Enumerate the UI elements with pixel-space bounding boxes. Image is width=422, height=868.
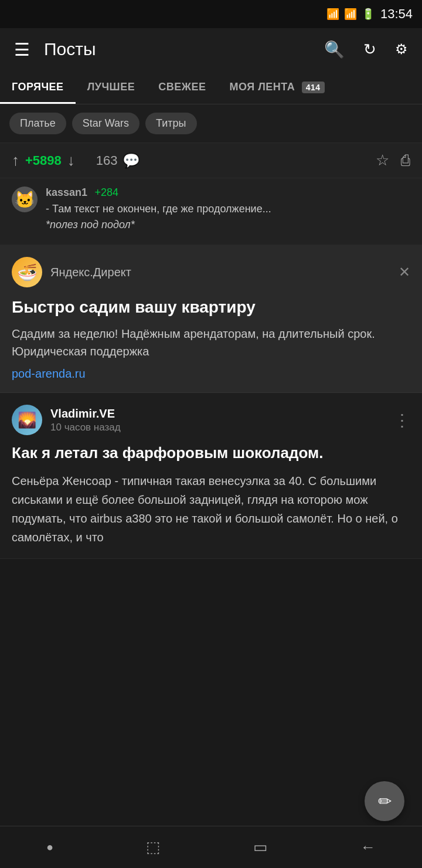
filter-tag-dress[interactable]: Платье [9,113,66,134]
app-title: Посты [44,39,310,59]
post-title: Как я летал за фарфоровым шоколадом. [12,443,410,463]
filter-icon[interactable]: ⚙ [390,36,413,62]
bottom-nav-back[interactable]: ⬚ [134,832,172,862]
signal-icon: 📶 [344,8,357,21]
comment-user-line: kassan1 +284 [46,187,271,199]
tabs-container: ГОРЯЧЕЕ ЛУЧШЕЕ СВЕЖЕЕ МОЯ ЛЕНТА 414 [0,70,422,104]
bottom-nav-home[interactable]: ▭ [241,832,280,862]
comment-section: 163 💬 [96,152,140,169]
ad-title: Быстро садим вашу квартиру [12,297,410,318]
status-bar: 📶 📶 🔋 13:54 [0,0,422,28]
upvote-button[interactable]: ↑ [12,151,19,169]
post-avatar: 🌄 [12,405,42,435]
vote-count: +5898 [25,153,62,168]
comment-karma: +284 [95,187,119,198]
favorite-button[interactable]: ☆ [376,151,389,169]
ad-source: Яндекс.Директ [50,266,390,279]
tab-best[interactable]: ЛУЧШЕЕ [76,70,147,104]
ad-avatar: 🍜 [12,257,42,287]
feed-badge: 414 [302,82,325,93]
post-author: Vladimir.VE [50,407,386,421]
filter-tag-credits[interactable]: Титры [145,113,196,134]
comment-preview: 🐱 kassan1 +284 - Там текст не окончен, г… [0,178,422,245]
post-header: 🌄 Vladimir.VE 10 часов назад ⋮ [12,405,410,435]
post-text: Сеньёра Женсоар - типичная такая венесуэ… [12,472,410,547]
tab-fresh[interactable]: СВЕЖЕЕ [147,70,217,104]
post-menu-button[interactable]: ⋮ [394,411,410,430]
downvote-button[interactable]: ↓ [67,151,75,169]
refresh-icon[interactable]: ↻ [359,36,381,63]
comment-icon[interactable]: 💬 [122,152,140,169]
tab-hot[interactable]: ГОРЯЧЕЕ [0,70,76,104]
ad-description: Сдадим за неделю! Надёжным арендаторам, … [12,325,410,360]
tab-feed[interactable]: МОЯ ЛЕНТА 414 [218,70,336,104]
comment-content: kassan1 +284 - Там текст не окончен, где… [46,187,271,233]
ad-card: 🍜 Яндекс.Директ ✕ Быстро садим вашу квар… [0,245,422,393]
content-area: Платье Star Wars Титры ↑ +5898 ↓ 163 💬 ☆… [0,104,422,606]
post-card: 🌄 Vladimir.VE 10 часов назад ⋮ Как я лет… [0,393,422,559]
comment-username: kassan1 [46,187,87,198]
ad-link[interactable]: pod-arenda.ru [12,367,410,381]
app-bar: ☰ Посты 🔍 ↻ ⚙ [0,28,422,70]
filter-tag-starwars[interactable]: Star Wars [72,113,139,134]
ad-header: 🍜 Яндекс.Директ ✕ [12,257,410,287]
ad-close-button[interactable]: ✕ [399,264,410,280]
battery-icon: 🔋 [362,8,375,21]
post-time: 10 часов назад [50,422,386,433]
vote-section: ↑ +5898 ↓ [12,151,75,169]
edit-icon: ✏ [378,792,392,811]
bottom-nav-arrow[interactable]: ← [349,832,387,862]
filter-tags: Платье Star Wars Титры [0,104,422,143]
comment-text: - Там текст не окончен, где же продолжен… [46,201,271,233]
share-button[interactable]: ⎙ [401,151,410,169]
bottom-nav-dot[interactable]: ● [35,835,65,860]
fab-button[interactable]: ✏ [365,781,404,821]
post-meta: Vladimir.VE 10 часов назад [50,407,386,433]
hamburger-icon[interactable]: ☰ [9,35,35,65]
post-actions: ↑ +5898 ↓ 163 💬 ☆ ⎙ [0,143,422,178]
bottom-nav: ● ⬚ ▭ ← [0,826,422,868]
status-icons: 📶 📶 🔋 [326,8,375,21]
status-time: 13:54 [380,6,413,22]
wifi-icon: 📶 [326,8,339,21]
search-icon[interactable]: 🔍 [319,35,349,64]
comment-avatar: 🐱 [12,187,38,212]
comment-count: 163 [96,153,118,168]
